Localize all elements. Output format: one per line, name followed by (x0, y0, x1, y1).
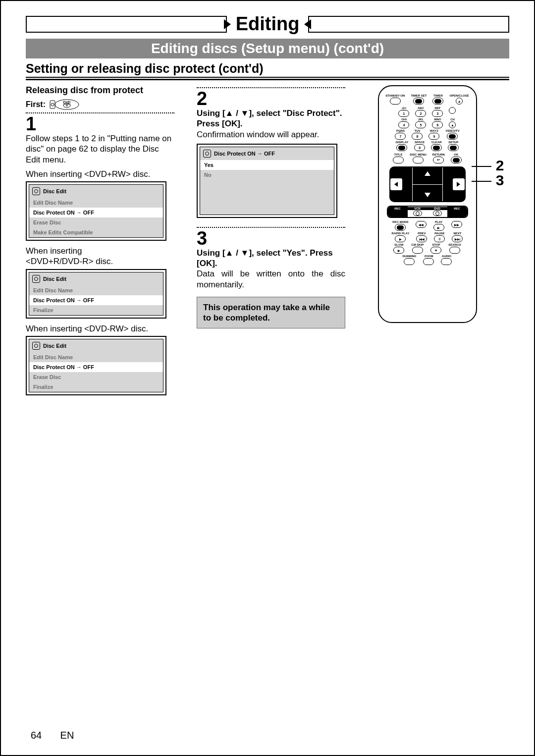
menu-item: Edit Disc Name (29, 285, 163, 295)
remote-button: 7 (395, 133, 406, 140)
remote-mode-bar: RECVCRDVDREC (387, 206, 468, 218)
dpad-up-icon (425, 171, 430, 176)
remote-button: || (434, 235, 445, 242)
remote-button: ▶ (395, 235, 406, 242)
when-dvd-rw-minus: When inserting <DVD-RW> disc. (26, 324, 174, 334)
menu-title-row: Disc Edit (29, 339, 163, 352)
remote-button: ▶ (433, 224, 444, 231)
menu-list: Edit Disc NameDisc Protect ON → OFFErase… (29, 352, 163, 392)
menu-title-row: Disc Protect ON → OFF (200, 147, 334, 160)
remote-button: 5 (415, 121, 426, 128)
remote-button (447, 133, 458, 140)
disc-edit-menu-dvd-rw: Disc Edit Edit Disc NameDisc Protect ON … (26, 336, 166, 395)
remote-button: |◀◀ (416, 235, 427, 242)
step-2-para: Confirmation window will appear. (197, 129, 345, 140)
menu-item: No (200, 170, 334, 180)
menu-title: Disc Protect ON → OFF (214, 151, 275, 157)
remote-button: 0 (414, 144, 425, 151)
menu-item: Finalize (29, 382, 163, 392)
remote-button: ▲ (449, 121, 456, 128)
when-dvd-r: When inserting <DVD+R/DVD-R> disc. (26, 246, 174, 267)
first-label: First: (26, 100, 46, 109)
disc-icon (32, 187, 40, 195)
page-footer: 64 EN (31, 730, 74, 741)
remote-button: ↩ (433, 157, 444, 163)
mode-cell: REC (447, 207, 467, 217)
remote-dpad (389, 166, 466, 202)
dpad-left-button (389, 177, 403, 191)
remote-button (413, 211, 422, 216)
disc-edit-menu-dvd-r: Disc Edit Edit Disc NameDisc Protect ON … (26, 269, 166, 319)
menu-title: Disc Edit (43, 343, 66, 349)
remote-button (393, 157, 404, 163)
subsection-title: Setting or releasing disc protect (cont'… (26, 61, 509, 80)
chapter-header: Editing (26, 13, 509, 35)
right-column: STANDBY-ONTIMER SETTIMEROPEN/CLOSE▲ .@/:… (345, 85, 509, 323)
menu-item: Disc Protect ON → OFF (29, 208, 163, 217)
disc-edit-menu-dvd-plus-rw: Disc Edit Edit Disc NameDisc Protect ON … (26, 181, 166, 241)
remote-button (449, 107, 456, 114)
remote-lower-rows: REC MODE◀◀PLAY▶▶▶RAPID PLAY▶PREV|◀◀PAUSE… (392, 219, 463, 266)
remote-button (413, 157, 424, 163)
remote-button (449, 247, 460, 254)
remote-button (441, 258, 452, 265)
dpad-right-button (452, 177, 466, 191)
decor-right (308, 16, 509, 33)
disc-icon (32, 275, 40, 283)
releasing-heading: Releasing disc from protect (26, 85, 174, 96)
remote-button (413, 98, 424, 105)
remote-button: 2 (415, 110, 426, 117)
menu-list: Edit Disc NameDisc Protect ON → OFFErase… (29, 198, 163, 237)
svg-point-5 (66, 105, 67, 106)
remote-button: 9 (428, 133, 439, 140)
subsection-text: Setting or releasing disc protect (cont'… (26, 61, 509, 78)
remote-button: ▶▶| (452, 235, 463, 242)
menu-title-row: Disc Edit (29, 185, 163, 198)
menu-item: Yes (200, 160, 334, 170)
menu-item: Edit Disc Name (29, 352, 163, 362)
note-box: This operation may take a while to be co… (197, 297, 345, 329)
remote-button: ■ (430, 247, 441, 254)
mode-cell: VCR (408, 207, 428, 217)
menu-item: Erase Disc (29, 372, 163, 382)
remote-keypad: .@/:1ABC2DEF3GHI4JKL5MNO6CH▲PQRS7TUV8WXY… (395, 106, 459, 152)
mode-cell: REC (388, 207, 408, 217)
remote-button (433, 211, 442, 216)
remote-top-row: STANDBY-ONTIMER SETTIMEROPEN/CLOSE▲ (385, 94, 469, 105)
remote-button: ◀◀ (416, 221, 427, 228)
menu-item: Make Edits Compatible (29, 227, 163, 237)
step-2-number: 2 (197, 89, 345, 108)
middle-column: 2 Using [▲ / ▼], select "Disc Protect". … (197, 85, 345, 328)
remote-ok-button (451, 157, 462, 163)
remote-button: 6 (432, 121, 443, 128)
remote-button (390, 98, 401, 105)
step-3-para: Data will be written onto the disc momen… (197, 269, 345, 290)
first-row: First: DVD (26, 99, 174, 110)
remote-control-illustration: STANDBY-ONTIMER SETTIMEROPEN/CLOSE▲ .@/:… (378, 85, 477, 323)
remote-button: ▶ (393, 247, 404, 254)
remote-button: ▲ (456, 98, 463, 105)
remote-button (423, 258, 434, 265)
mode-cell: DVD (428, 207, 447, 217)
disc-protect-confirm-dialog: Disc Protect ON → OFF YesNo (197, 144, 337, 218)
remote-button: 4 (398, 121, 409, 128)
decor-left (26, 16, 227, 33)
disc-icon (32, 342, 40, 350)
menu-list: YesNo (200, 160, 334, 215)
remote-button: 3 (432, 110, 443, 117)
section-bar: Editing discs (Setup menu) (cont'd) (26, 39, 509, 58)
remote-button (432, 98, 443, 105)
remote-button: 1 (398, 110, 409, 117)
menu-title: Disc Edit (43, 276, 66, 282)
dotted-divider (197, 87, 345, 88)
step-3-title: Using [▲ / ▼], select "Yes". Press [OK]. (197, 248, 345, 269)
step-3-number: 3 (197, 229, 345, 248)
dvd-icon: DVD (50, 99, 79, 110)
dotted-divider (197, 227, 345, 228)
menu-item: Edit Disc Name (29, 198, 163, 208)
page-number: 64 (31, 730, 51, 741)
when-dvd-rw-plus: When inserting <DVD+RW> disc. (26, 169, 174, 179)
remote-function-row: TITLEDISC MENURETURN↩OK (393, 153, 462, 163)
svg-point-1 (51, 103, 54, 106)
menu-title-row: Disc Edit (29, 272, 163, 285)
